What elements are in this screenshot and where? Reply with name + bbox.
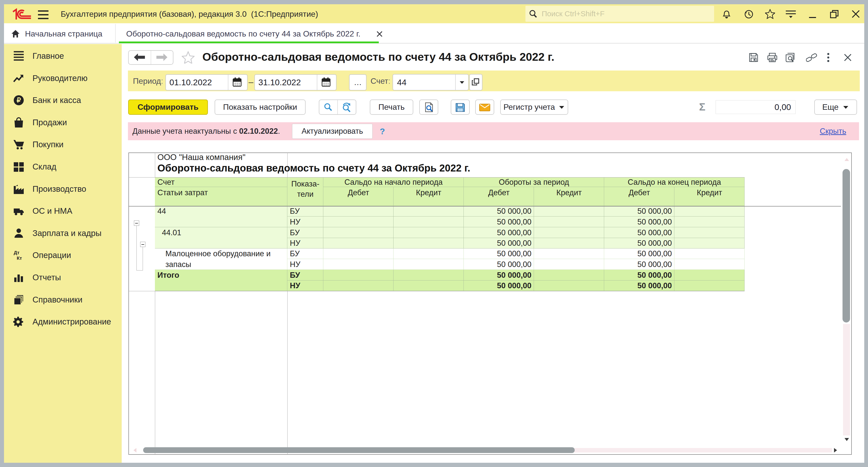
svg-text:Кт: Кт — [17, 256, 22, 261]
svg-text:₽: ₽ — [17, 96, 21, 104]
svg-text:Дт: Дт — [14, 250, 20, 255]
